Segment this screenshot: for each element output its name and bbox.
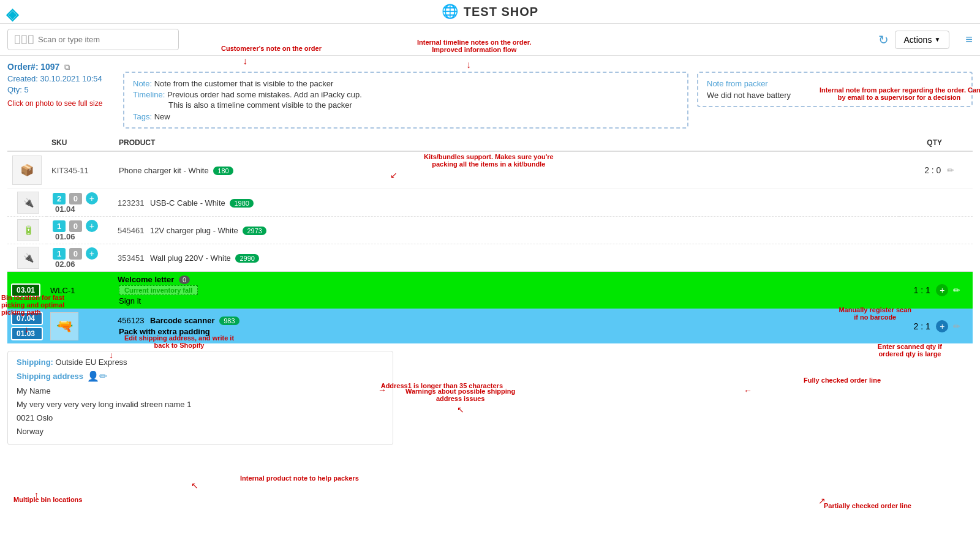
order-number: Order#: 1097 ⧉ xyxy=(7,62,115,72)
sub-item-row-3: 🔌 1 0 + 02.06 353451 Wall plug 220V - Wh… xyxy=(7,244,973,272)
edit-address-icon[interactable]: 👤✏ xyxy=(87,370,107,382)
scan-input[interactable] xyxy=(38,35,172,44)
sub-item-row-1: 🔌 2 0 + 01.04 123231 USB-C Cable - White xyxy=(7,189,973,217)
ann-arrow-warnings: ↖ xyxy=(405,405,515,414)
col-sku-header: SKU xyxy=(47,135,114,151)
timeline-line: Timeline: Previous order had some mistak… xyxy=(133,90,679,99)
ann-edit-ship: Edit shipping address, and write itback … xyxy=(124,334,234,349)
kit-edit-icon[interactable]: ✏ xyxy=(947,165,954,175)
ann-product-note: Internal product note to help packers xyxy=(240,474,359,482)
ann-arrow-bin: ↓ xyxy=(24,324,29,334)
header: ◈ 🌐 TEST SHOP xyxy=(0,0,980,24)
app-title: 🌐 TEST SHOP xyxy=(442,4,538,20)
actions-button[interactable]: Actions ▼ xyxy=(895,31,950,49)
ann-enter-qty: Enter scanned qty ifordered qty is large xyxy=(878,343,942,358)
sub2-qty-packed: 1 xyxy=(53,220,66,232)
sub1-qty-packed: 2 xyxy=(53,193,66,204)
sub3-qty-col xyxy=(899,244,973,272)
checked-subnote: Current inventory fall Sign it xyxy=(118,284,895,305)
checked-row: 03.01 WLC-1 Welcome letter 0 Current inv… xyxy=(7,272,973,309)
sub1-badge: 1980 xyxy=(230,199,253,208)
sub1-qty-col xyxy=(899,189,973,217)
menu-icon[interactable]: ≡ xyxy=(965,32,973,47)
col-product-header: PRODUCT xyxy=(114,135,899,151)
checked-qty-cell: 1 : 1 + ✏ xyxy=(899,272,973,309)
notes-area: Customerer's note on the order ↓ Interna… xyxy=(123,62,688,129)
partial-edit-icon[interactable]: ✏ xyxy=(953,321,960,331)
sub2-sku-name: 545461 12V charger plug - White 2973 xyxy=(114,217,899,244)
sub1-sku-name: 123231 USB-C Cable - White 1980 xyxy=(114,189,899,217)
ann-bin: Bin location for fastpicking and optimal… xyxy=(1,294,75,316)
sub3-sku-name: 353451 Wall plug 220V - White 2990 xyxy=(114,244,899,272)
ann-packer-note: Internal note from packer regarding the … xyxy=(820,86,979,101)
sub1-image-cell: 🔌 xyxy=(7,189,47,217)
ann-arrow-2: ↓ xyxy=(466,59,471,70)
sub3-controls: 1 0 + 02.06 xyxy=(47,244,114,272)
sub2-image-cell: 🔋 xyxy=(7,217,47,244)
kit-thumbnail[interactable]: 📦 xyxy=(12,156,42,185)
shipping-area: Edit shipping address, and write itback … xyxy=(7,351,973,445)
sub3-badge: 2990 xyxy=(235,254,258,263)
customer-note-box: Note: Note from the customer that is vis… xyxy=(123,72,688,129)
shipping-box: Edit shipping address, and write itback … xyxy=(7,351,393,445)
ann-fully-checked: Fully checked order line xyxy=(804,377,881,384)
col-image xyxy=(7,135,47,151)
refresh-button[interactable]: ↻ xyxy=(878,32,889,47)
ann-arrow-1: ↓ xyxy=(243,56,247,67)
kit-sku-cell: KIT345-11 xyxy=(47,151,114,189)
inventory-label: Current inventory fall xyxy=(119,285,198,295)
partial-note: Pack with extra padding xyxy=(118,327,895,336)
kit-image-cell: 📦 xyxy=(7,151,47,189)
sub2-controls: 1 0 + 01.06 xyxy=(47,217,114,244)
sub2-thumbnail[interactable]: 🔋 xyxy=(17,219,39,241)
tags-line: Tags: New xyxy=(133,112,679,121)
ann-customer-note: Customerer's note on the order xyxy=(221,45,322,52)
ann-partial: Partially checked order line xyxy=(824,502,911,509)
ann-ship-warnings: Warnings about possible shippingaddress … xyxy=(405,388,515,402)
timeline-line2: This is also a timeline comment visible … xyxy=(133,100,679,110)
col-qty-header: QTY xyxy=(899,135,973,151)
shipping-addr-header: Shipping address 👤✏ xyxy=(17,370,384,382)
note-line: Note: Note from the customer that is vis… xyxy=(133,79,679,88)
sub3-thumbnail[interactable]: 🔌 xyxy=(17,247,39,269)
sub1-add-button[interactable]: + xyxy=(86,192,98,204)
copy-icon[interactable]: ⧉ xyxy=(64,62,70,72)
order-created: Created: 30.10.2021 10:54 xyxy=(7,74,115,83)
logo: ◈ xyxy=(6,5,18,24)
sub3-add-button[interactable]: + xyxy=(86,247,98,260)
ann-manual: Manually register scanif no barcode xyxy=(839,306,911,321)
sub-item-row-2: 🔋 1 0 + 01.06 545461 12V charger plug - … xyxy=(7,217,973,244)
ann-arrow-addr1: → xyxy=(378,385,386,395)
kit-badge: 180 xyxy=(213,167,233,175)
checked-add-button[interactable]: + xyxy=(936,284,948,296)
sub3-qty-packed: 1 xyxy=(53,248,66,260)
partial-badge: 983 xyxy=(219,317,239,325)
scan-input-wrapper[interactable]: ⌷⌷⌷ xyxy=(7,29,179,50)
order-qty: Qty: 5 xyxy=(7,85,115,94)
ann-arrow-product: ↖ xyxy=(191,481,198,490)
sub1-thumbnail[interactable]: 🔌 xyxy=(17,192,39,214)
shipping-method-line: Shipping: Outside EU Express xyxy=(17,358,384,367)
ann-timeline: Internal timeline notes on the order.Imp… xyxy=(417,39,531,53)
ann-arrow-partial: ↗ xyxy=(818,496,826,506)
ann-arrow-multi: ↑ xyxy=(34,490,39,500)
address-block: My Name My very very very very long inva… xyxy=(17,384,384,438)
ann-arrow-kit: ↙ xyxy=(390,170,398,180)
main-content: Order#: 1097 ⧉ Created: 30.10.2021 10:54… xyxy=(0,56,980,451)
sub2-qty-col xyxy=(899,217,973,244)
ann-kits: Kits/bundles support. Makes sure you'rep… xyxy=(424,153,554,168)
partial-add-button[interactable]: + xyxy=(936,320,948,332)
shipping-warnings-area: Warnings about possible shippingaddress … xyxy=(405,388,515,445)
partial-thumbnail[interactable]: 🔫 xyxy=(50,312,78,340)
sub2-badge: 2973 xyxy=(243,227,266,235)
ann-multi-bin: Multiple bin locations xyxy=(13,496,82,503)
sub2-add-button[interactable]: + xyxy=(86,220,98,232)
photo-hint[interactable]: Click on photo to see full size xyxy=(7,99,115,108)
kit-qty-cell: 2 : 0 ✏ xyxy=(899,151,973,189)
product-table-area: Kits/bundles support. Makes sure you'rep… xyxy=(7,135,973,343)
checked-badge: 0 xyxy=(179,276,190,284)
sub1-qty-zero: 0 xyxy=(69,193,82,204)
sub3-qty-zero: 0 xyxy=(69,248,82,260)
checked-edit-icon[interactable]: ✏ xyxy=(953,285,960,295)
ann-arrow-checked: ← xyxy=(744,386,752,395)
